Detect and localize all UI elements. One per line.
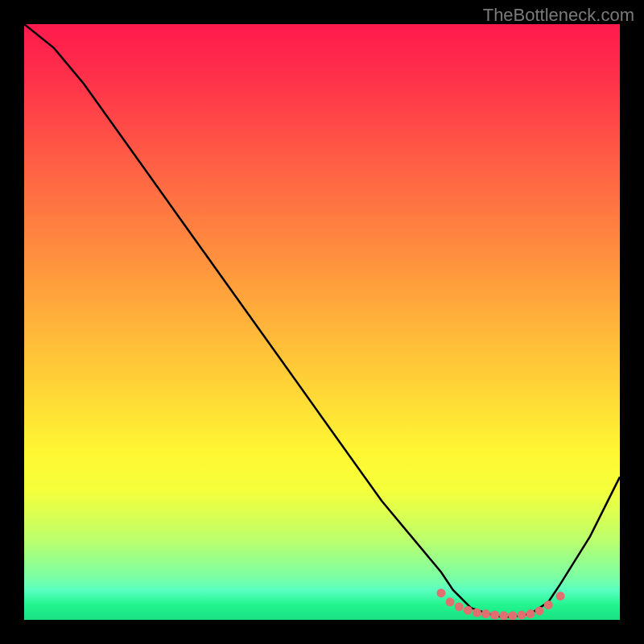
sweet-spot-dot — [464, 606, 473, 615]
bottleneck-curve-line — [24, 24, 620, 617]
sweet-spot-dot — [473, 609, 481, 617]
sweet-spot-dot — [517, 611, 526, 620]
sweet-spot-dot — [499, 611, 508, 620]
sweet-spot-dot — [508, 611, 517, 620]
sweet-spot-dot — [490, 611, 499, 620]
sweet-spot-dot — [455, 602, 464, 611]
sweet-spot-dot — [481, 609, 490, 618]
sweet-spot-dot — [544, 601, 553, 609]
sweet-spot-dot — [526, 609, 535, 618]
sweet-spot-dot — [556, 592, 565, 601]
chart-container: TheBottleneck.com — [0, 0, 644, 644]
plot-area — [24, 24, 620, 620]
watermark-text: TheBottleneck.com — [483, 5, 634, 26]
sweet-spot-dot — [535, 606, 544, 615]
sweet-spot-dot — [446, 597, 455, 606]
sweet-spot-dot — [437, 588, 446, 597]
curve-svg — [24, 24, 620, 620]
